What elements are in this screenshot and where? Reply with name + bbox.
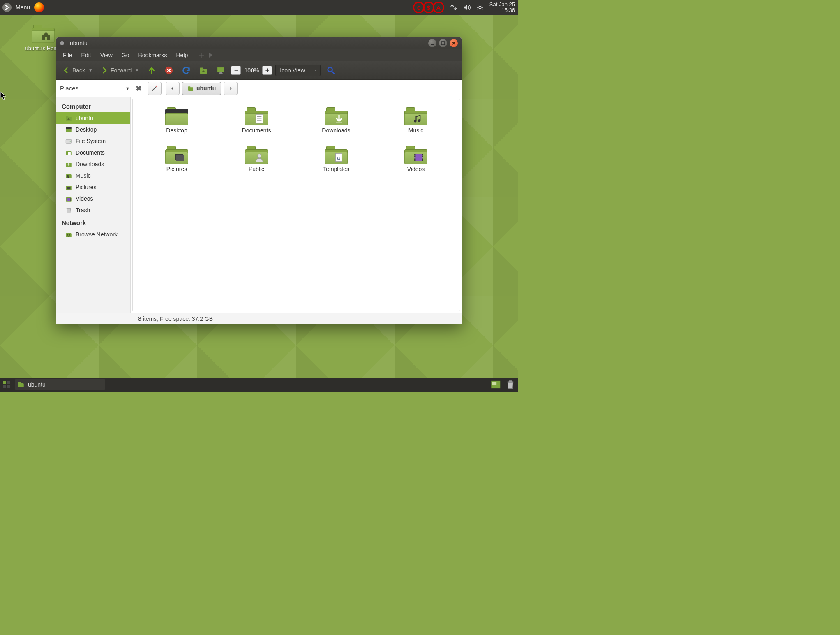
folder-templates[interactable]: aTemplates	[296, 146, 376, 172]
reload-button[interactable]	[179, 64, 193, 76]
svg-rect-45	[3, 381, 6, 384]
sidebar-item-label: Music	[76, 172, 91, 179]
forward-button[interactable]: Forward ▼	[98, 65, 141, 76]
back-button[interactable]: Back ▼	[60, 65, 95, 76]
svg-point-0	[6, 6, 8, 8]
menu-label[interactable]: Menu	[16, 4, 30, 11]
downloads-icon	[333, 114, 345, 124]
folder-label: Templates	[323, 166, 349, 172]
breadcrumb-item-ubuntu[interactable]: ubuntu	[182, 82, 221, 95]
svg-rect-36	[336, 123, 342, 123]
menu-edit[interactable]: Edit	[78, 51, 95, 59]
sidebar-item-ubuntu[interactable]: ubuntu	[56, 112, 130, 124]
maximize-button[interactable]	[439, 39, 447, 47]
computer-button[interactable]	[214, 64, 228, 76]
folder-label: Documents	[242, 127, 271, 134]
sidebar-item-label: Downloads	[76, 161, 104, 167]
svg-rect-4	[431, 44, 434, 45]
svg-rect-48	[7, 385, 10, 388]
sidebar-item-label: Pictures	[76, 184, 97, 190]
menu-file[interactable]: File	[59, 51, 76, 59]
volume-icon[interactable]	[463, 4, 471, 11]
minimize-button[interactable]	[428, 39, 436, 47]
taskbar-item-ubuntu[interactable]: ubuntu	[15, 379, 105, 390]
workspace-switcher[interactable]	[490, 380, 501, 389]
svg-rect-35	[256, 114, 263, 123]
folder-desktop[interactable]: Desktop	[137, 107, 217, 134]
music-icon	[413, 114, 425, 124]
svg-rect-44	[422, 154, 423, 161]
sidebar-item-label: Documents	[76, 149, 105, 156]
ubuntu-logo-icon[interactable]	[2, 3, 12, 12]
pictures-icon	[173, 153, 186, 162]
home-button[interactable]	[196, 64, 210, 76]
forward-label: Forward	[111, 67, 132, 74]
edit-path-button[interactable]	[148, 82, 162, 95]
svg-rect-29	[67, 198, 71, 202]
svg-rect-50	[18, 382, 21, 384]
top-panel: Menu € $ A Sat Jan 25 15:36	[0, 0, 518, 15]
zoom-out-button[interactable]: −	[231, 66, 241, 75]
stop-button[interactable]	[162, 64, 176, 76]
folder-pictures[interactable]: Pictures	[137, 146, 217, 172]
titlebar[interactable]: ubuntu	[56, 37, 462, 49]
folder-videos[interactable]: Videos	[376, 146, 456, 172]
desktop-icon	[65, 126, 72, 133]
sidebar-item-downloads[interactable]: Downloads	[56, 158, 130, 170]
back-dropdown-icon[interactable]: ▼	[88, 68, 92, 72]
svg-rect-38	[176, 155, 184, 161]
forward-dropdown-icon[interactable]: ▼	[135, 68, 139, 72]
trash-button[interactable]	[505, 379, 516, 390]
network-icon	[65, 231, 72, 238]
sidebar-item-file-system[interactable]: File System	[56, 135, 130, 147]
svg-rect-54	[509, 380, 512, 382]
sidebar-header-computer: Computer	[56, 100, 130, 112]
zoom-in-button[interactable]: +	[262, 66, 272, 75]
parent-folder-button[interactable]	[145, 64, 159, 76]
sidebar-item-documents[interactable]: Documents	[56, 147, 130, 158]
sidebar-item-trash[interactable]: Trash	[56, 204, 130, 216]
indicator-a-icon[interactable]: A	[433, 2, 444, 13]
sidebar-item-desktop[interactable]: Desktop	[56, 124, 130, 135]
folder-music[interactable]: Music	[376, 107, 456, 134]
sidebar-item-label: Videos	[76, 195, 93, 202]
menu-bookmarks[interactable]: Bookmarks	[134, 51, 171, 59]
sidebar-item-videos[interactable]: Videos	[56, 193, 130, 204]
folder-view[interactable]: DesktopDocumentsDownloadsMusicPicturesPu…	[132, 99, 460, 311]
search-button[interactable]	[324, 64, 338, 76]
show-desktop-button[interactable]	[2, 380, 11, 389]
svg-rect-52	[492, 382, 496, 385]
folder-documents[interactable]: Documents	[217, 107, 296, 134]
firefox-icon[interactable]	[34, 2, 44, 12]
sidebar-item-browse-network[interactable]: Browse Network	[56, 229, 130, 240]
indicator-badges[interactable]: € $ A	[415, 2, 444, 13]
places-dropdown-icon[interactable]: ▼	[125, 86, 130, 91]
close-button[interactable]	[450, 39, 458, 47]
downloads-icon	[65, 160, 72, 168]
sidebar-header-network: Network	[56, 216, 130, 229]
sidebar-item-pictures[interactable]: Pictures	[56, 181, 130, 193]
zoom-level: 100%	[243, 67, 260, 74]
view-mode-select[interactable]: Icon View	[275, 65, 321, 76]
network-icon[interactable]	[450, 4, 457, 11]
breadcrumb-back-button[interactable]	[166, 82, 180, 95]
menu-go[interactable]: Go	[118, 51, 133, 59]
folder-public[interactable]: Public	[217, 146, 296, 172]
settings-gear-icon[interactable]	[476, 4, 484, 11]
places-sidebar: Computer ubuntuDesktopFile SystemDocumen…	[56, 97, 131, 313]
public-icon	[253, 153, 265, 162]
menu-view[interactable]: View	[97, 51, 116, 59]
sidebar-item-music[interactable]: Music	[56, 170, 130, 181]
videos-icon	[65, 195, 72, 202]
svg-rect-5	[441, 42, 445, 45]
close-sidepane-button[interactable]: ✖	[134, 84, 143, 93]
mouse-cursor	[0, 91, 7, 102]
folder-downloads[interactable]: Downloads	[296, 107, 376, 134]
places-label[interactable]: Places	[60, 85, 78, 92]
menu-help[interactable]: Help	[173, 51, 192, 59]
breadcrumb-forward-button[interactable]	[224, 82, 238, 95]
breadcrumb-label: ubuntu	[196, 85, 216, 92]
templates-icon: a	[333, 153, 345, 162]
clock[interactable]: Sat Jan 25 15:36	[489, 2, 516, 13]
svg-point-21	[70, 141, 71, 142]
